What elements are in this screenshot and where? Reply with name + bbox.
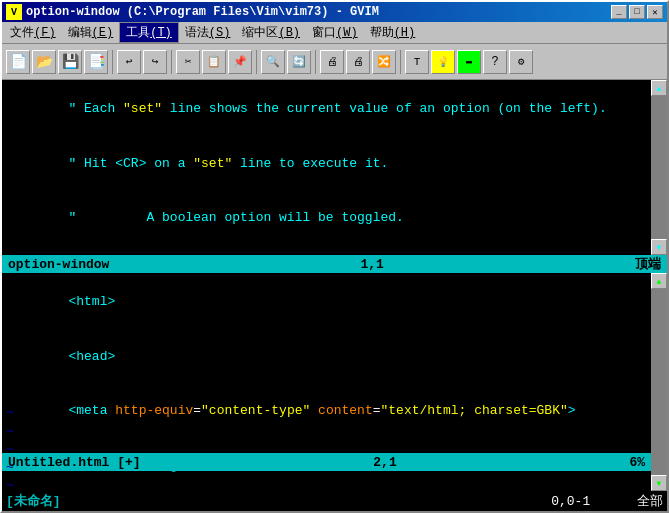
- scroll-up-arrow[interactable]: ▲: [651, 80, 667, 96]
- tilde-2: ~: [6, 423, 14, 441]
- tb-icon5[interactable]: 💡: [431, 50, 455, 74]
- sep3: [256, 50, 257, 74]
- status-bar-bottom: Untitled.html [+] 2,1 6%: [2, 453, 651, 471]
- tilde-5: ~: [6, 477, 14, 491]
- cmd-filename: [未命名]: [6, 492, 61, 510]
- bottom-pane-scrollbar[interactable]: ▲ ▼: [651, 273, 667, 491]
- status-mid-filename: option-window: [8, 257, 109, 272]
- bottom-scroll-track[interactable]: [651, 289, 667, 475]
- tb-redo[interactable]: ↪: [143, 50, 167, 74]
- scroll-track[interactable]: [651, 96, 667, 239]
- html-line-3: <meta http-equiv="content-type" content=…: [6, 384, 663, 439]
- tb-icon1[interactable]: 🖨: [320, 50, 344, 74]
- html-line-2: <head>: [6, 330, 663, 385]
- tb-replace[interactable]: 🔄: [287, 50, 311, 74]
- line-4: " For other options you can edit the val…: [6, 246, 663, 255]
- status-bottom-pos: 2,1: [373, 455, 396, 470]
- menu-file[interactable]: 文件(F): [4, 23, 62, 42]
- tb-run[interactable]: ⚙: [509, 50, 533, 74]
- sep1: [112, 50, 113, 74]
- tb-new[interactable]: 📄: [6, 50, 30, 74]
- top-pane-scrollbar[interactable]: ▲ ▼: [651, 80, 667, 255]
- tilde-3: ~: [6, 441, 14, 459]
- bottom-pane: <html> <head> <meta http-equiv="content-…: [2, 273, 667, 491]
- line-2: " Hit <CR> on a "set" line to execute it…: [6, 137, 663, 192]
- window-title: option-window (C:\Program Files\Vim\vim7…: [26, 5, 379, 19]
- sep5: [400, 50, 401, 74]
- line-1: " Each "set" line shows the current valu…: [6, 82, 663, 137]
- bottom-scroll-up[interactable]: ▲: [651, 273, 667, 289]
- tb-save2[interactable]: 📑: [84, 50, 108, 74]
- scroll-down-arrow[interactable]: ▼: [651, 239, 667, 255]
- title-buttons: _ □ ✕: [611, 5, 663, 19]
- tb-save[interactable]: 💾: [58, 50, 82, 74]
- tb-icon6[interactable]: ▬: [457, 50, 481, 74]
- top-pane: " Each "set" line shows the current valu…: [2, 80, 667, 255]
- cmd-pos: 0,0-1 全部: [551, 492, 663, 510]
- status-mid-pct: 顶端: [635, 255, 661, 273]
- tb-help[interactable]: ?: [483, 50, 507, 74]
- status-bar-mid: option-window 1,1 顶端: [2, 255, 667, 273]
- menu-help[interactable]: 帮助(H): [364, 23, 422, 42]
- main-window: V option-window (C:\Program Files\Vim\vi…: [0, 0, 669, 513]
- title-bar-left: V option-window (C:\Program Files\Vim\vi…: [6, 4, 379, 20]
- bottom-scroll-down[interactable]: ▼: [651, 475, 667, 491]
- sep2: [171, 50, 172, 74]
- tilde-1: ~: [6, 404, 14, 422]
- tb-undo[interactable]: ↩: [117, 50, 141, 74]
- tb-open[interactable]: 📂: [32, 50, 56, 74]
- cmd-line: [未命名] 0,0-1 全部: [2, 491, 667, 511]
- title-bar: V option-window (C:\Program Files\Vim\vi…: [2, 2, 667, 22]
- status-bottom-pct: 6%: [629, 455, 645, 470]
- tb-paste[interactable]: 📌: [228, 50, 252, 74]
- close-button[interactable]: ✕: [647, 5, 663, 19]
- menu-indent[interactable]: 缩中区(B): [236, 23, 306, 42]
- content-area: " Each "set" line shows the current valu…: [2, 80, 667, 511]
- toolbar: 📄 📂 💾 📑 ↩ ↪ ✂ 📋 📌 🔍 🔄 🖨 🖨 🔀 T 💡 ▬ ? ⚙: [2, 44, 667, 80]
- tilde-4: ~: [6, 459, 14, 477]
- status-bottom-filename: Untitled.html [+]: [8, 455, 141, 470]
- sep4: [315, 50, 316, 74]
- tb-copy[interactable]: 📋: [202, 50, 226, 74]
- menu-tools[interactable]: 工具(T): [119, 22, 179, 43]
- tb-cut[interactable]: ✂: [176, 50, 200, 74]
- html-line-1: <html>: [6, 275, 663, 330]
- tb-icon3[interactable]: 🔀: [372, 50, 396, 74]
- menu-edit[interactable]: 编辑(E): [62, 23, 120, 42]
- tb-icon2[interactable]: 🖨: [346, 50, 370, 74]
- maximize-button[interactable]: □: [629, 5, 645, 19]
- line-3: " A boolean option will be toggled.: [6, 191, 663, 246]
- tb-find[interactable]: 🔍: [261, 50, 285, 74]
- menu-syntax[interactable]: 语法(S): [179, 23, 237, 42]
- menu-window[interactable]: 窗口(W): [306, 23, 364, 42]
- tb-icon4[interactable]: T: [405, 50, 429, 74]
- status-mid-pos: 1,1: [361, 257, 384, 272]
- minimize-button[interactable]: _: [611, 5, 627, 19]
- menu-bar: 文件(F) 编辑(E) 工具(T) 语法(S) 缩中区(B) 窗口(W) 帮助(…: [2, 22, 667, 44]
- tilde-lines: ~ ~ ~ ~ ~ ~ ~ ~: [6, 404, 14, 491]
- app-icon: V: [6, 4, 22, 20]
